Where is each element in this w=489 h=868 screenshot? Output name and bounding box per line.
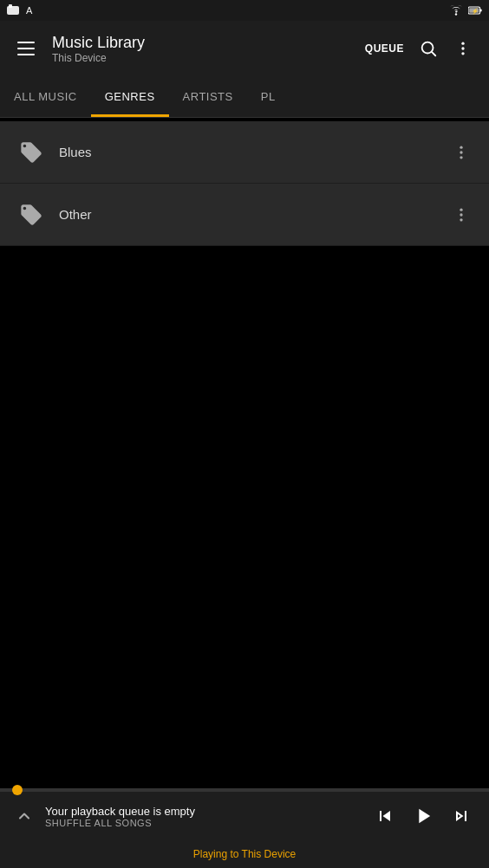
genre-more-other[interactable] <box>447 201 475 229</box>
wifi-icon <box>449 5 463 16</box>
progress-bar[interactable] <box>0 788 489 792</box>
search-icon <box>419 39 438 58</box>
progress-dot <box>12 785 23 795</box>
app-bar-actions: QUEUE <box>360 33 479 64</box>
tab-playlists[interactable]: PL <box>247 76 290 117</box>
app-title: Music Library <box>52 34 349 52</box>
playing-device-text: Playing to This Device <box>193 848 297 860</box>
svg-rect-1 <box>9 4 12 8</box>
genre-list: Blues Other <box>0 121 489 246</box>
genre-more-blues[interactable] <box>447 139 475 166</box>
playing-device-bar[interactable]: Playing to This Device <box>0 840 489 868</box>
svg-rect-0 <box>7 6 19 15</box>
play-icon <box>411 804 435 828</box>
svg-point-11 <box>461 52 464 55</box>
svg-text:⚡: ⚡ <box>472 8 479 15</box>
hamburger-line-2 <box>17 48 35 49</box>
more-vert-icon <box>453 144 470 161</box>
chevron-up-icon <box>16 807 33 825</box>
svg-point-13 <box>460 151 462 153</box>
svg-point-2 <box>455 13 457 15</box>
app-label: A <box>26 5 32 16</box>
player-controls <box>368 799 479 833</box>
svg-rect-4 <box>480 9 482 11</box>
genre-name-other: Other <box>49 207 447 222</box>
svg-point-10 <box>461 47 464 49</box>
hamburger-line-1 <box>17 42 35 43</box>
genre-item-other[interactable]: Other <box>0 184 489 246</box>
tag-icon <box>19 140 43 165</box>
tab-all-music[interactable]: ALL MUSIC <box>0 76 91 117</box>
genre-icon-blues <box>14 135 49 170</box>
skip-previous-icon <box>375 806 395 826</box>
genre-name-blues: Blues <box>49 145 447 159</box>
previous-button[interactable] <box>368 799 402 833</box>
svg-point-9 <box>461 42 464 45</box>
more-vert-icon-other <box>453 206 470 223</box>
hamburger-menu-button[interactable] <box>10 33 42 64</box>
app-bar: Music Library This Device QUEUE <box>0 21 489 76</box>
app-icon <box>7 4 21 16</box>
app-subtitle: This Device <box>52 52 349 64</box>
status-bar-left: A <box>7 4 32 16</box>
play-pause-button[interactable] <box>406 799 440 833</box>
player-text: Your playback queue is empty SHUFFLE ALL… <box>45 805 361 828</box>
genre-icon-other <box>14 198 49 232</box>
svg-point-12 <box>460 146 462 148</box>
main-content-area <box>0 246 489 761</box>
svg-point-15 <box>460 208 462 211</box>
battery-charging-icon: ⚡ <box>468 5 482 16</box>
skip-next-icon <box>451 806 472 826</box>
tab-genres[interactable]: GENRES <box>91 76 169 117</box>
search-button[interactable] <box>413 33 444 64</box>
tag-icon-other <box>19 203 43 227</box>
queue-button[interactable]: QUEUE <box>360 36 409 62</box>
hamburger-line-3 <box>17 54 35 55</box>
more-vertical-icon <box>454 40 472 57</box>
status-bar: A ⚡ <box>0 0 489 21</box>
next-button[interactable] <box>444 799 479 833</box>
app-title-section: Music Library This Device <box>52 34 349 64</box>
svg-point-14 <box>460 156 462 159</box>
genre-item-blues[interactable]: Blues <box>0 121 489 184</box>
bottom-player: Your playback queue is empty SHUFFLE ALL… <box>0 788 489 868</box>
tabs-container: ALL MUSIC GENRES ARTISTS PL <box>0 76 489 118</box>
svg-line-8 <box>432 52 435 55</box>
more-options-button[interactable] <box>447 33 479 64</box>
player-expand-button[interactable] <box>10 802 38 830</box>
shuffle-label: SHUFFLE ALL SONGS <box>45 818 361 828</box>
status-bar-right: ⚡ <box>449 5 482 16</box>
svg-point-17 <box>460 218 462 221</box>
player-info-row: Your playback queue is empty SHUFFLE ALL… <box>0 792 489 840</box>
tab-artists[interactable]: ARTISTS <box>169 76 247 117</box>
queue-status-text: Your playback queue is empty <box>45 805 361 818</box>
svg-point-16 <box>460 213 462 216</box>
